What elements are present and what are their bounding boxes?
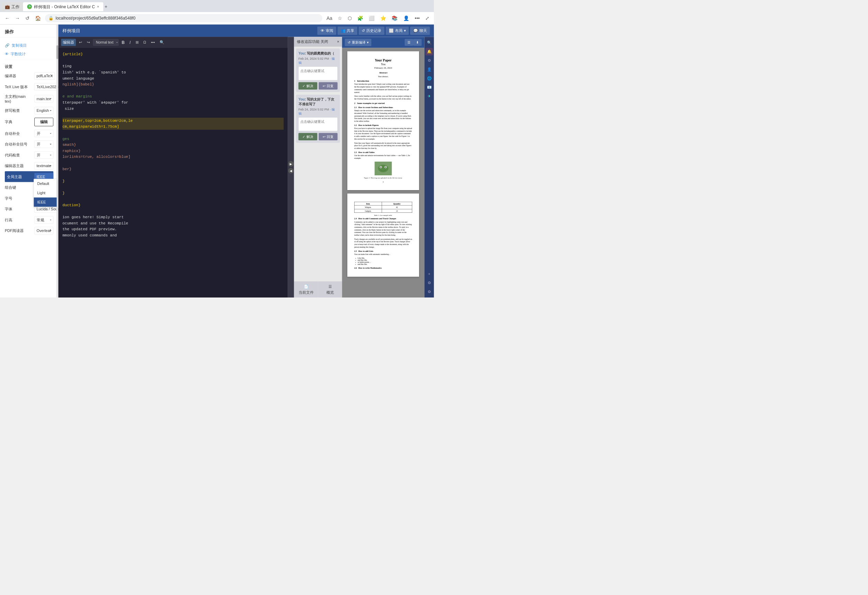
reader-mode-button[interactable]: Aa bbox=[325, 14, 334, 22]
home-button[interactable]: 🏠 bbox=[34, 14, 43, 23]
sidebar-notifications-btn[interactable]: 🔔 bbox=[425, 48, 433, 56]
sidebar-settings2-btn[interactable]: ⚙ bbox=[425, 279, 433, 287]
pdf-subsection-2-4: 2.4 How to add Comments and Track Change… bbox=[354, 217, 412, 220]
spell-check-select[interactable]: English bbox=[34, 107, 53, 114]
review-close-icon[interactable]: × bbox=[337, 40, 339, 44]
tab-close-button[interactable]: × bbox=[97, 4, 99, 9]
more-btn[interactable]: ••• bbox=[149, 39, 157, 46]
code-line: size bbox=[62, 106, 284, 112]
sidebar-plane-btn[interactable]: ✈ bbox=[425, 93, 433, 100]
pdf-content[interactable]: Your Paper You February 24, 2024 Abstrac… bbox=[342, 48, 425, 298]
comment-1-reply[interactable]: ↩ 回复 bbox=[319, 82, 338, 90]
source-editor-btn[interactable]: 编辑器 bbox=[61, 39, 76, 46]
search-btn[interactable]: 🔍 bbox=[158, 39, 166, 46]
star-button[interactable]: ☆ bbox=[337, 14, 344, 23]
code-check-select[interactable]: 开 bbox=[34, 151, 53, 159]
settings-scrollbar-thumb[interactable] bbox=[57, 45, 58, 59]
undo-btn[interactable]: ↩ bbox=[77, 39, 84, 46]
recompile-button[interactable]: ↺ 重新编译 ▾ bbox=[345, 39, 372, 46]
recompile-label: 重新编译 bbox=[352, 40, 366, 45]
comment-2-reply[interactable]: ↩ 回复 bbox=[319, 133, 338, 141]
copy-project-item[interactable]: 🔗 复制项目 bbox=[5, 41, 53, 50]
editor-theme-label: 编辑器主题 bbox=[5, 163, 32, 168]
line-height-label: 行高 bbox=[5, 217, 32, 222]
pdf-panel: ↺ 重新编译 ▾ ☰ ⬇ Your Paper You February 24,… bbox=[342, 37, 425, 298]
pdf-subsection-2-2-text-2: Note that your figure will automatically… bbox=[354, 142, 412, 150]
nav-arrow-right[interactable]: ▶ bbox=[288, 161, 294, 167]
pdf-download-btn[interactable]: ⬇ bbox=[413, 39, 422, 46]
reader-view-button[interactable]: ⬜ bbox=[367, 14, 376, 23]
compiler-select[interactable]: pdfLaTeX bbox=[34, 72, 55, 80]
current-file-btn[interactable]: 📄 当前文件 bbox=[294, 282, 318, 298]
comment-2-resolve[interactable]: ✓ 解决 bbox=[298, 133, 317, 141]
sidebar-globe-btn[interactable]: 🌐 bbox=[425, 75, 433, 82]
sidebar-profile-btn[interactable]: 👤 bbox=[425, 66, 433, 74]
fullscreen-button[interactable]: ⤢ bbox=[424, 14, 431, 23]
reload-button[interactable]: ↺ bbox=[24, 14, 31, 23]
style-select[interactable]: Normal text bbox=[93, 39, 119, 46]
review-button[interactable]: 👁 审阅 bbox=[317, 27, 337, 35]
dropdown-item-light[interactable]: Light bbox=[34, 188, 57, 197]
share-button[interactable]: 👥 共享 bbox=[338, 27, 358, 35]
bold-btn[interactable]: B bbox=[120, 39, 127, 46]
sidebar-search-btn[interactable]: 🔍 bbox=[425, 39, 433, 47]
sidebar-settings-btn[interactable]: ⚙ bbox=[425, 57, 433, 65]
dropdown-item-default[interactable]: Default bbox=[34, 179, 57, 188]
collections-button[interactable]: 📚 bbox=[390, 14, 399, 23]
dropdown-item-ieee[interactable]: IEEE bbox=[34, 197, 57, 207]
table-btn[interactable]: ⊞ bbox=[134, 39, 140, 46]
pdf-page-number-1: 1 bbox=[354, 180, 412, 183]
pdf-viewer-select[interactable]: Overleaf bbox=[34, 227, 53, 234]
forward-button[interactable]: → bbox=[14, 14, 21, 22]
address-input[interactable] bbox=[56, 16, 319, 21]
redo-btn[interactable]: ↪ bbox=[85, 39, 92, 46]
texlive-select[interactable]: TeXLive2023.1 bbox=[34, 83, 58, 91]
browser-tab-workgroup[interactable]: 💼 工作 bbox=[1, 2, 23, 11]
extension-button[interactable]: 🧩 bbox=[356, 14, 365, 23]
pdf-menu-btn[interactable]: ☰ bbox=[404, 39, 413, 46]
chat-button[interactable]: 💬 聊天 bbox=[410, 27, 430, 35]
dictionary-edit-button[interactable]: 编辑 bbox=[34, 118, 53, 126]
nav-arrow-left[interactable]: ◀ bbox=[288, 168, 294, 174]
account-button[interactable]: 👤 bbox=[402, 14, 411, 23]
code-line bbox=[62, 87, 284, 94]
sidebar-settings3-btn[interactable]: ⚙ bbox=[425, 288, 433, 296]
svg-point-5 bbox=[385, 167, 386, 167]
editor-row: 编辑器 ↩ ↪ Normal text B I ⊞ Ω ••• 🔍 {artic… bbox=[58, 37, 434, 298]
word-count-item[interactable]: 👁 字数统计 bbox=[5, 50, 53, 58]
sidebar-add-btn[interactable]: + bbox=[425, 270, 433, 278]
settings-scrollbar[interactable] bbox=[57, 25, 58, 298]
shortcuts-label: 组合键 bbox=[5, 185, 32, 190]
editor-theme-select[interactable]: textmate bbox=[34, 162, 53, 170]
review-comment-2: You: 写的太好了，下次不准在写了 Feb 24, 2024 5:02 PM … bbox=[296, 95, 340, 143]
sidebar-outlook-btn[interactable]: 📧 bbox=[425, 84, 433, 91]
review-icon: 👁 bbox=[320, 28, 324, 33]
layout-button[interactable]: ⬜ 布局 ▾ bbox=[386, 27, 409, 35]
new-tab-button[interactable]: + bbox=[103, 3, 109, 11]
favorites-button[interactable]: ⭐ bbox=[379, 14, 388, 23]
italic-btn[interactable]: I bbox=[128, 39, 132, 46]
autocomplete-select[interactable]: 开 bbox=[34, 130, 53, 137]
auto-brackets-select[interactable]: 开 bbox=[34, 140, 53, 148]
code-line bbox=[62, 130, 284, 136]
address-bar[interactable]: 🔒 bbox=[45, 14, 322, 22]
more-button[interactable]: ••• bbox=[413, 14, 421, 22]
pdf-subsection-2-6: 2.6 How to write Mathematics bbox=[354, 267, 412, 269]
share-icon: 👥 bbox=[341, 28, 345, 33]
comment-2-textarea[interactable] bbox=[298, 117, 338, 131]
omega-btn[interactable]: Ω bbox=[142, 39, 148, 46]
right-sidebar: 🔍 🔔 ⚙ 👤 🌐 📧 ✈ + ⚙ ⚙ bbox=[425, 37, 434, 298]
code-check-label: 代码检查 bbox=[5, 152, 32, 158]
line-height-select[interactable]: 常规 bbox=[34, 216, 53, 224]
pocket-button[interactable]: ⬡ bbox=[346, 14, 353, 23]
main-doc-select[interactable]: main.tex bbox=[34, 95, 53, 102]
history-button[interactable]: ↺ 历史记录 bbox=[359, 27, 384, 35]
comment-1-textarea[interactable] bbox=[298, 66, 338, 80]
browser-tab-active[interactable]: 🍃 样例项目 - Online LaTeX Editor C × bbox=[23, 2, 103, 11]
content-area: 样例项目 👁 审阅 👥 共享 ↺ 历史记录 ⬜ 布局 ▾ bbox=[58, 25, 434, 298]
back-button[interactable]: ← bbox=[3, 14, 11, 22]
overview-btn[interactable]: ☰ 概览 bbox=[318, 282, 342, 298]
comment-1-resolve[interactable]: ✓ 解决 bbox=[298, 82, 317, 90]
editor-content[interactable]: {article} ting lish' with e.g. `spanish'… bbox=[58, 48, 288, 298]
pdf-section-1-text: Your introduction goes here! Simply star… bbox=[354, 83, 412, 94]
